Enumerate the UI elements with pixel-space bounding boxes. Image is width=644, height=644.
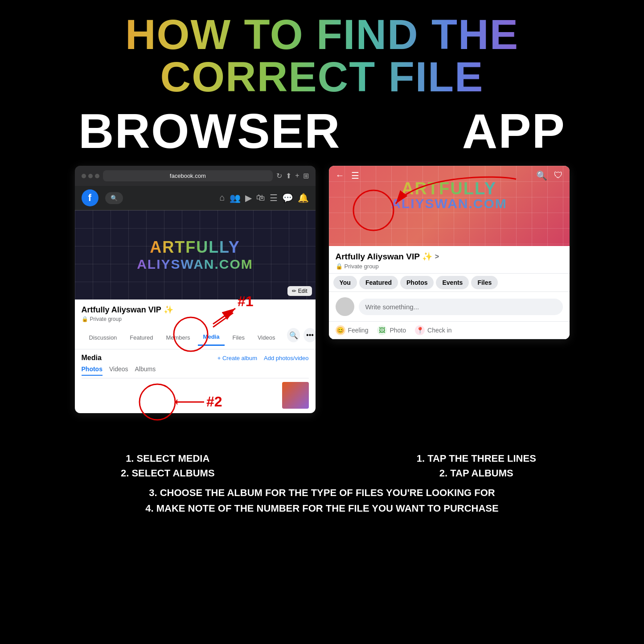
app-lock-icon: 🔒	[336, 263, 343, 270]
friends-icon: 👥	[230, 193, 241, 203]
store-icon: 🛍	[256, 193, 265, 203]
photo-icon: 🖼	[377, 325, 387, 335]
fb-logo: f	[82, 189, 98, 206]
grid-icon: ⊞	[303, 172, 309, 180]
main-container: HOW TO FIND THE CORRECT FILE BROWSER APP…	[0, 0, 644, 644]
instr-line3: 3. CHOOSE THE ALBUM FOR THE TYPE OF FILE…	[18, 485, 626, 500]
app-screenshot: ← ☰ 🔍 🛡 ARTFULLY ALIYSWAN.COM	[329, 166, 570, 339]
fb-tab-files[interactable]: Files	[227, 330, 250, 345]
app-search-icon[interactable]: 🔍	[536, 170, 547, 181]
app-action-feeling[interactable]: 😊 Feeling	[336, 325, 369, 335]
instr-line4: 4. MAKE NOTE OF THE NUMBER FOR THE FILE …	[18, 500, 626, 516]
fb-tab-featured[interactable]: Featured	[124, 330, 158, 345]
fb-group-private: 🔒 Private group	[82, 316, 309, 322]
browser-instructions: 1. SELECT MEDIA 2. SELECT ALBUMS	[18, 451, 318, 480]
fb-edit-btn[interactable]: ✏ Edit	[287, 286, 312, 296]
add-photos-link[interactable]: Add photos/video	[264, 355, 308, 361]
fb-media-header: Media + Create album Add photos/video	[82, 354, 309, 362]
search-tab-icon[interactable]: 🔍	[287, 328, 300, 342]
col-headers: BROWSER APP	[18, 103, 626, 159]
browser-toolbar: facebook.com ↻ ⬆ + ⊞	[75, 166, 316, 186]
fb-cover-swan: ALIYSWAN.COM	[137, 257, 253, 272]
fb-media-tabs: Photos Videos Albums	[82, 365, 309, 378]
fb-nav: f 🔍 ⌂ 👥 ▶ 🛍 ☰ 💬 🔔	[75, 186, 316, 210]
back-icon[interactable]: ←	[336, 170, 345, 181]
fb-tab-members[interactable]: Members	[160, 330, 195, 345]
app-post-area: Write something...	[329, 292, 570, 322]
app-topbar-right: 🔍 🛡	[536, 170, 563, 181]
app-tab-you[interactable]: You	[333, 276, 357, 289]
fb-media-section: Media + Create album Add photos/video Ph…	[75, 349, 316, 413]
fb-cover-text: ARTFULLY ALIYSWAN.COM	[137, 238, 253, 272]
instructions-full: 3. CHOOSE THE ALBUM FOR THE TYPE OF FILE…	[18, 485, 626, 516]
fb-media-tab-photos[interactable]: Photos	[82, 365, 103, 376]
app-group-info: Artfully Aliyswan VIP ✨ > 🔒 Private grou…	[329, 246, 570, 274]
media-thumbnails	[82, 382, 309, 409]
app-instr-line1: 1. TAP THE THREE LINES	[327, 451, 627, 466]
fb-nav-icons: ⌂ 👥 ▶ 🛍 ☰ 💬 🔔	[219, 193, 308, 203]
fb-tab-media[interactable]: Media	[198, 329, 225, 346]
page-title: HOW TO FIND THE CORRECT FILE	[18, 13, 626, 98]
browser-url: facebook.com	[103, 170, 273, 181]
fb-tabs: Discussion Featured Members Media Files …	[79, 329, 285, 346]
media-thumbnail	[282, 382, 309, 409]
browser-dot-1	[82, 174, 86, 178]
fb-media-title: Media	[82, 354, 102, 362]
browser-screenshot-wrapper: facebook.com ↻ ⬆ + ⊞ f 🔍 ⌂	[75, 166, 316, 442]
app-instructions: 1. TAP THE THREE LINES 2. TAP ALBUMS	[327, 451, 627, 480]
search-icon: 🔍	[111, 195, 118, 201]
messenger-icon: 💬	[282, 193, 293, 203]
app-tab-files[interactable]: Files	[471, 276, 498, 289]
app-screenshot-wrapper: ← ☰ 🔍 🛡 ARTFULLY ALIYSWAN.COM	[329, 166, 570, 442]
app-col-header: APP	[462, 103, 566, 159]
screenshots-row: facebook.com ↻ ⬆ + ⊞ f 🔍 ⌂	[18, 166, 626, 442]
fb-group-info: Artfully Aliyswan VIP ✨ 🔒 Private group	[75, 299, 316, 326]
bell-icon: 🔔	[298, 193, 309, 203]
fb-media-tab-albums[interactable]: Albums	[135, 365, 156, 376]
app-tab-events[interactable]: Events	[436, 276, 469, 289]
shield-icon[interactable]: 🛡	[554, 170, 563, 181]
app-header: ← ☰ 🔍 🛡 ARTFULLY ALIYSWAN.COM	[329, 166, 570, 246]
feeling-icon: 😊	[336, 325, 345, 335]
menu-icon: ☰	[270, 193, 278, 203]
app-group-private: 🔒 Private group	[336, 263, 563, 270]
watch-icon: ▶	[245, 193, 252, 203]
browser-col-header: BROWSER	[78, 103, 340, 159]
app-tab-photos[interactable]: Photos	[400, 276, 434, 289]
fb-media-links: + Create album Add photos/video	[217, 355, 309, 361]
app-tab-featured[interactable]: Featured	[359, 276, 398, 289]
more-tab-icon[interactable]: •••	[304, 328, 315, 342]
app-instr-line2: 2. TAP ALBUMS	[327, 466, 627, 480]
fb-cover: ARTFULLY ALIYSWAN.COM ✏ Edit	[75, 210, 316, 299]
browser-dot-3	[95, 174, 99, 178]
hamburger-icon[interactable]: ☰	[351, 170, 359, 181]
fb-media-tab-videos[interactable]: Videos	[109, 365, 128, 376]
fb-search-box[interactable]: 🔍	[105, 192, 123, 204]
browser-screenshot: facebook.com ↻ ⬆ + ⊞ f 🔍 ⌂	[75, 166, 316, 413]
fb-tab-videos[interactable]: Videos	[252, 330, 281, 345]
app-post-input[interactable]: Write something...	[359, 299, 563, 315]
lock-icon: 🔒	[82, 316, 88, 322]
fb-group-name: Artfully Aliyswan VIP ✨	[82, 305, 309, 315]
home-icon: ⌂	[219, 193, 225, 203]
fb-tab-discussion[interactable]: Discussion	[84, 330, 123, 345]
app-action-checkin[interactable]: 📍 Check in	[415, 325, 451, 335]
browser-icons-right: ↻ ⬆ + ⊞	[276, 172, 308, 180]
checkin-icon: 📍	[415, 325, 425, 335]
browser-instr-line1: 1. SELECT MEDIA	[18, 451, 318, 466]
fb-cover-artfully: ARTFULLY	[137, 238, 253, 257]
fb-tab-actions: 🔍 ••• + Invite	[285, 326, 315, 349]
app-post-actions: 😊 Feeling 🖼 Photo 📍 Check in	[329, 322, 570, 339]
reload-icon: ↻	[276, 172, 282, 180]
app-topbar-left: ← ☰	[336, 170, 359, 181]
share-icon: ⬆	[286, 172, 291, 180]
app-avatar	[336, 297, 354, 316]
app-action-photo[interactable]: 🖼 Photo	[377, 325, 406, 335]
create-album-link[interactable]: + Create album	[217, 355, 257, 361]
browser-dots	[82, 174, 99, 178]
fb-tabs-row: Discussion Featured Members Media Files …	[75, 326, 316, 349]
browser-instr-line2: 2. SELECT ALBUMS	[18, 466, 318, 480]
app-tabs: You Featured Photos Events Files	[329, 274, 570, 292]
app-group-name: Artfully Aliyswan VIP ✨ >	[336, 251, 563, 262]
instructions-row: 1. SELECT MEDIA 2. SELECT ALBUMS 1. TAP …	[18, 451, 626, 480]
